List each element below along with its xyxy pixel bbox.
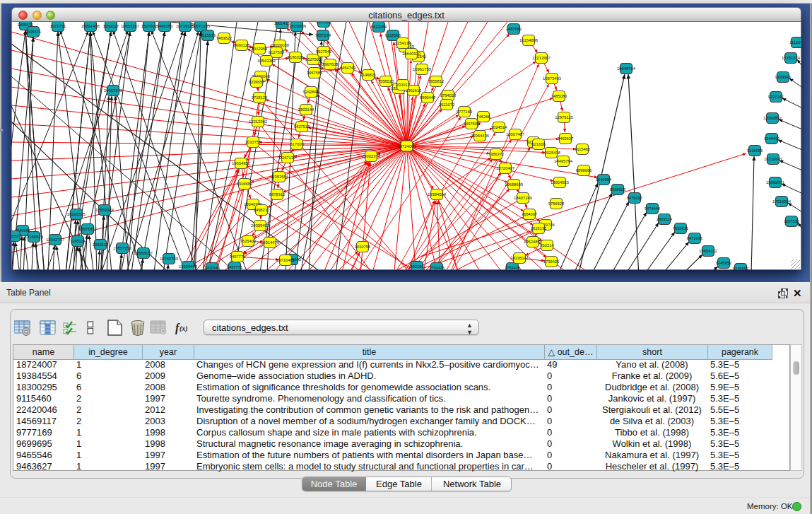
svg-text:13654923: 13654923 (551, 180, 569, 185)
svg-text:3267130: 3267130 (280, 156, 296, 160)
svg-text:12042737: 12042737 (46, 238, 64, 242)
svg-text:9990448: 9990448 (420, 95, 436, 100)
svg-text:24099483: 24099483 (251, 223, 269, 228)
svg-text:14136141: 14136141 (510, 256, 529, 260)
svg-text:10654112: 10654112 (699, 249, 717, 253)
svg-text:1733426: 1733426 (543, 259, 560, 264)
svg-text:1065326: 1065326 (316, 22, 332, 24)
svg-text:10975857: 10975857 (78, 227, 97, 231)
svg-text:1010755: 1010755 (245, 140, 261, 144)
svg-text:16961758: 16961758 (413, 67, 431, 71)
svg-text:20364436: 20364436 (471, 134, 489, 138)
svg-text:9218566: 9218566 (385, 33, 401, 37)
svg-text:10782759: 10782759 (160, 257, 178, 261)
svg-text:1063527: 1063527 (103, 24, 119, 28)
svg-text:8813054: 8813054 (371, 25, 387, 29)
svg-text:3024514: 3024514 (491, 125, 507, 129)
svg-text:16914479: 16914479 (261, 240, 279, 245)
svg-text:16648784: 16648784 (617, 66, 636, 71)
svg-text:2718129: 2718129 (252, 95, 268, 100)
svg-text:19384554: 19384554 (428, 192, 447, 197)
svg-text:9498212: 9498212 (254, 208, 270, 212)
svg-text:9245652: 9245652 (733, 267, 749, 270)
svg-text:10543362: 10543362 (257, 59, 276, 63)
svg-text:10973493: 10973493 (543, 76, 561, 81)
svg-text:1010755: 1010755 (355, 245, 371, 249)
svg-text:10653267: 10653267 (121, 24, 139, 28)
svg-text:10507487: 10507487 (506, 132, 524, 136)
svg-text:1971731: 1971731 (50, 24, 66, 28)
svg-text:9527505: 9527505 (305, 57, 322, 62)
svg-text:1640954: 1640954 (596, 177, 612, 182)
svg-text:3457585: 3457585 (307, 71, 323, 75)
svg-text:17857253: 17857253 (113, 246, 131, 250)
svg-text:23002373: 23002373 (362, 154, 380, 158)
svg-text:8454749: 8454749 (340, 66, 356, 70)
svg-text:14495794: 14495794 (554, 159, 573, 163)
svg-text:6479197: 6479197 (627, 196, 643, 200)
svg-text:1202345: 1202345 (204, 266, 220, 270)
svg-text:8186328: 8186328 (288, 55, 304, 59)
svg-text:18407249: 18407249 (514, 196, 532, 200)
svg-text:1112049: 1112049 (789, 40, 801, 45)
svg-text:1350515: 1350515 (93, 243, 109, 247)
svg-text:15751074: 15751074 (782, 56, 801, 60)
svg-text:9245652: 9245652 (716, 261, 732, 265)
svg-text:6899695: 6899695 (576, 168, 592, 173)
svg-text:7463822: 7463822 (216, 36, 233, 40)
svg-text:9794028: 9794028 (440, 93, 457, 98)
svg-text:17859924: 17859924 (95, 208, 114, 212)
svg-text:20891406: 20891406 (81, 24, 100, 28)
svg-text:962160: 962160 (410, 264, 423, 269)
svg-text:(x): (x) (180, 325, 188, 333)
svg-text:8878312: 8878312 (269, 192, 286, 197)
svg-text:746266: 746266 (476, 115, 490, 119)
svg-text:19654952: 19654952 (232, 161, 250, 165)
svg-text:16210643: 16210643 (764, 157, 782, 161)
svg-text:9457771: 9457771 (227, 265, 243, 269)
svg-text:10154808: 10154808 (519, 38, 538, 42)
svg-text:9239657: 9239657 (249, 80, 265, 84)
svg-text:352214: 352214 (540, 243, 554, 247)
svg-text:16640910: 16640910 (402, 52, 420, 56)
svg-text:9527546: 9527546 (316, 49, 332, 54)
svg-text:9146821: 9146821 (360, 73, 377, 77)
svg-text:9474444: 9474444 (645, 206, 661, 211)
svg-text:9329946: 9329946 (775, 75, 792, 79)
svg-text:9756928: 9756928 (548, 201, 565, 206)
svg-text:2487682: 2487682 (506, 27, 522, 31)
svg-text:203017: 203017 (396, 83, 409, 87)
svg-text:9115460: 9115460 (575, 147, 590, 151)
svg-text:1145114: 1145114 (70, 239, 86, 243)
svg-text:1244415: 1244415 (764, 136, 780, 141)
svg-text:9242848: 9242848 (303, 90, 319, 94)
svg-text:6497505: 6497505 (464, 122, 480, 126)
svg-text:1527602: 1527602 (141, 24, 158, 28)
svg-text:2967608: 2967608 (322, 62, 339, 66)
svg-text:10025438: 10025438 (542, 151, 560, 155)
svg-text:9457771: 9457771 (230, 255, 246, 259)
svg-text:13716485: 13716485 (276, 258, 295, 262)
svg-text:7515536: 7515536 (200, 33, 216, 37)
svg-text:9427512: 9427512 (294, 124, 310, 129)
svg-text:8660128: 8660128 (234, 43, 250, 47)
svg-text:2803144: 2803144 (298, 107, 314, 112)
svg-text:7857234: 7857234 (315, 33, 331, 37)
svg-text:7558520: 7558520 (378, 79, 394, 83)
svg-text:12023448: 12023448 (179, 264, 197, 269)
svg-text:3215955: 3215955 (747, 148, 763, 153)
svg-text:1167533: 1167533 (784, 219, 799, 223)
svg-text:13524851: 13524851 (524, 240, 542, 244)
svg-text:9227341: 9227341 (768, 95, 784, 99)
svg-text:817006: 817006 (290, 142, 303, 146)
svg-text:7955812: 7955812 (428, 79, 445, 83)
svg-text:12975115: 12975115 (555, 115, 572, 119)
svg-text:13720407: 13720407 (496, 166, 514, 170)
svg-text:8471636: 8471636 (687, 236, 703, 240)
svg-text:17016504: 17016504 (772, 199, 792, 204)
svg-text:12093852: 12093852 (763, 116, 782, 120)
svg-text:12156829: 12156829 (25, 235, 43, 239)
svg-text:10033809: 10033809 (288, 24, 306, 28)
svg-text:1615132: 1615132 (531, 226, 547, 230)
svg-text:10688609: 10688609 (505, 182, 523, 187)
